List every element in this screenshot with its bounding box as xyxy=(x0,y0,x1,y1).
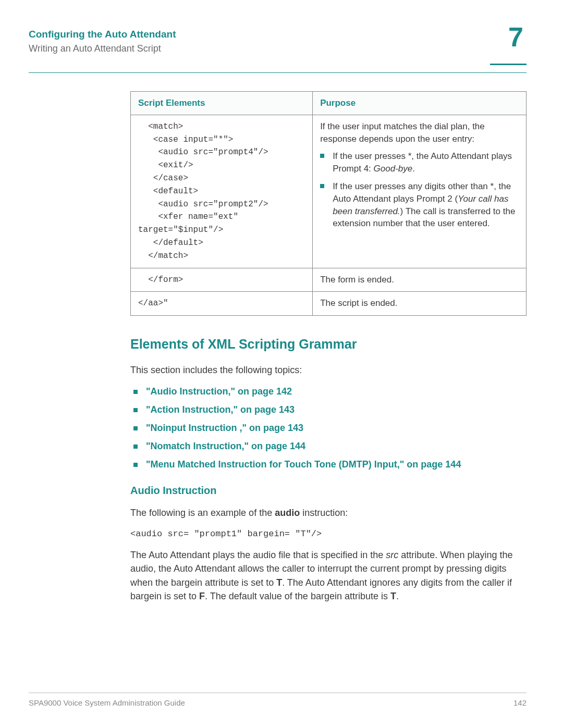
purpose-cell: The script is ended. xyxy=(313,292,527,316)
table-row: </form> The form is ended. xyxy=(131,268,527,292)
text: The Auto Attendant plays the audio file … xyxy=(130,550,386,560)
text: instruction: xyxy=(300,508,348,518)
topic-link[interactable]: "Nomatch Instruction," on page 144 xyxy=(146,441,305,451)
bullet-text: . xyxy=(412,164,415,174)
main-content: Script Elements Purpose <match> <case in… xyxy=(130,91,527,603)
purpose-cell: The form is ended. xyxy=(313,268,527,292)
subsection-heading: Audio Instruction xyxy=(130,485,527,497)
topic-item: "Noinput Instruction ," on page 143 xyxy=(130,423,527,434)
script-cell: </form> xyxy=(131,268,313,292)
footer-page-number: 142 xyxy=(513,698,527,707)
text: . The default value of the bargein attri… xyxy=(205,591,390,601)
topic-item: "Nomatch Instruction," on page 144 xyxy=(130,441,527,452)
page-footer: SPA9000 Voice System Administration Guid… xyxy=(29,693,527,707)
topic-link[interactable]: "Audio Instruction," on page 142 xyxy=(146,386,292,397)
subsection-paragraph: The Auto Attendant plays the audio file … xyxy=(130,548,527,602)
bold-text: F xyxy=(199,591,205,601)
script-cell: </aa>" xyxy=(131,292,313,316)
header-subtitle: Writing an Auto Attendant Script xyxy=(29,43,394,54)
header-title: Configuring the Auto Attendant xyxy=(29,29,394,40)
text: . xyxy=(396,591,399,601)
chapter-number-box: 7 xyxy=(490,23,527,65)
text: The following is an example of the xyxy=(130,508,275,518)
purpose-bullet: If the user presses *, the Auto Attendan… xyxy=(320,150,519,175)
topic-list: "Audio Instruction," on page 142 "Action… xyxy=(130,386,527,470)
bold-text: audio xyxy=(275,508,300,518)
italic-text: src xyxy=(386,550,398,560)
topic-item: "Audio Instruction," on page 142 xyxy=(130,386,527,397)
chapter-number: 7 xyxy=(508,23,523,51)
section-intro: This section includes the following topi… xyxy=(130,363,527,377)
code-example: <audio src= "prompt1" bargein= "T"/> xyxy=(130,529,527,539)
table-row: </aa>" The script is ended. xyxy=(131,292,527,316)
topic-item: "Action Instruction," on page 143 xyxy=(130,404,527,415)
footer-left: SPA9000 Voice System Administration Guid… xyxy=(29,698,185,707)
purpose-bullet: If the user presses any digits other tha… xyxy=(320,180,519,230)
purpose-bullet-list: If the user presses *, the Auto Attendan… xyxy=(320,150,519,230)
section-heading: Elements of XML Scripting Grammar xyxy=(130,337,527,352)
table-row: <match> <case input="*"> <audio src="pro… xyxy=(131,115,527,268)
script-elements-table: Script Elements Purpose <match> <case in… xyxy=(130,91,527,316)
table-header-script: Script Elements xyxy=(131,92,313,115)
purpose-intro: If the user input matches the dial plan,… xyxy=(320,120,519,145)
purpose-cell: If the user input matches the dial plan,… xyxy=(313,115,527,268)
subsection-intro: The following is an example of the audio… xyxy=(130,506,527,520)
bullet-text: If the user presses *, the Auto Attendan… xyxy=(333,151,512,174)
table-header-purpose: Purpose xyxy=(313,92,527,115)
topic-link[interactable]: "Action Instruction," on page 143 xyxy=(146,404,295,415)
topic-item: "Menu Matched Instruction for Touch Tone… xyxy=(130,459,527,470)
header-text-block: Configuring the Auto Attendant Writing a… xyxy=(29,29,394,54)
script-cell: <match> <case input="*"> <audio src="pro… xyxy=(131,115,313,268)
bold-text: T xyxy=(390,591,396,601)
page-header: Configuring the Auto Attendant Writing a… xyxy=(29,29,527,73)
bold-text: T xyxy=(276,577,282,588)
bullet-italic: Good-bye xyxy=(374,164,413,174)
topic-link[interactable]: "Noinput Instruction ," on page 143 xyxy=(146,423,303,433)
topic-link[interactable]: "Menu Matched Instruction for Touch Tone… xyxy=(146,459,461,470)
